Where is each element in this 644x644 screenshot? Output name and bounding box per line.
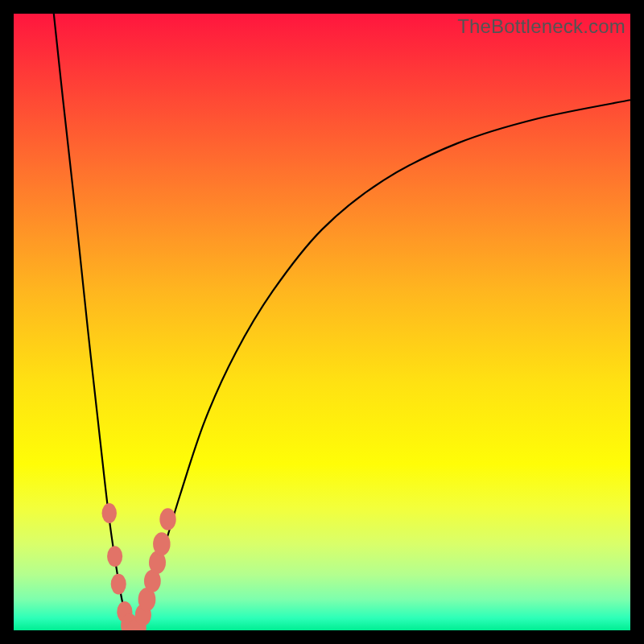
curve-marker [111,574,126,595]
bottleneck-curve-svg [14,14,630,630]
marker-group [102,503,176,630]
curve-marker [159,508,175,530]
bottleneck-curve-path [54,14,630,630]
curve-marker [153,532,170,555]
curve-marker [107,546,122,567]
watermark-text: TheBottleneck.com [457,15,625,38]
curve-marker [102,503,117,523]
chart-frame: TheBottleneck.com [0,0,644,644]
plot-area: TheBottleneck.com [14,14,630,630]
